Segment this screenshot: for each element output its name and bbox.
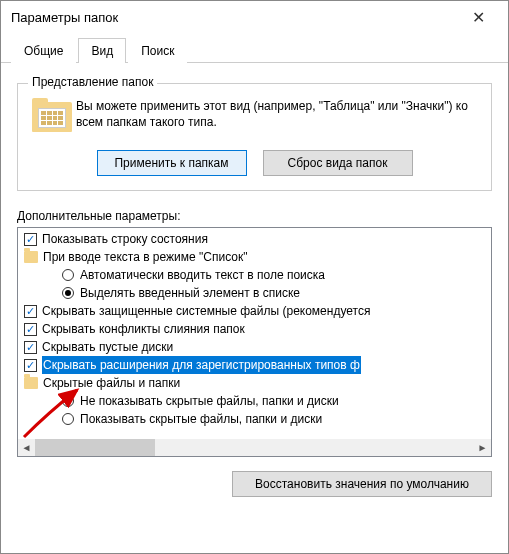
settings-row-label: Выделять введенный элемент в списке xyxy=(80,284,300,302)
folder-icon xyxy=(32,98,62,138)
settings-row-label: Не показывать скрытые файлы, папки и дис… xyxy=(80,392,339,410)
settings-row[interactable]: Не показывать скрытые файлы, папки и дис… xyxy=(24,392,489,410)
settings-row-label: Автоматически вводить текст в поле поиск… xyxy=(80,266,325,284)
settings-row[interactable]: Показывать строку состояния xyxy=(24,230,489,248)
checkbox[interactable] xyxy=(24,305,37,318)
tab-view[interactable]: Вид xyxy=(78,38,126,63)
scroll-left-icon[interactable]: ◄ xyxy=(18,439,35,456)
folder-views-group: Представление папок Вы можете применить … xyxy=(17,83,492,191)
settings-row-label: Скрытые файлы и папки xyxy=(43,374,180,392)
horizontal-scrollbar[interactable]: ◄ ► xyxy=(18,439,491,456)
advanced-label: Дополнительные параметры: xyxy=(17,209,492,223)
scroll-thumb[interactable] xyxy=(35,439,155,456)
window-title: Параметры папок xyxy=(11,10,458,25)
settings-row: При вводе текста в режиме "Список" xyxy=(24,248,489,266)
apply-to-folders-button[interactable]: Применить к папкам xyxy=(97,150,247,176)
settings-row-label: Показывать скрытые файлы, папки и диски xyxy=(80,410,322,428)
radio[interactable] xyxy=(62,269,74,281)
folder-icon xyxy=(24,377,38,389)
settings-row[interactable]: Скрывать расширения для зарегистрированн… xyxy=(24,356,489,374)
settings-row-label: При вводе текста в режиме "Список" xyxy=(43,248,248,266)
radio[interactable] xyxy=(62,395,74,407)
settings-row[interactable]: Скрывать конфликты слияния папок xyxy=(24,320,489,338)
checkbox[interactable] xyxy=(24,359,37,372)
scroll-track[interactable] xyxy=(35,439,474,456)
tabs: Общие Вид Поиск xyxy=(1,33,508,63)
advanced-settings-panel: Показывать строку состоянияПри вводе тек… xyxy=(17,227,492,457)
restore-defaults-button[interactable]: Восстановить значения по умолчанию xyxy=(232,471,492,497)
tab-search[interactable]: Поиск xyxy=(128,38,187,63)
tab-general[interactable]: Общие xyxy=(11,38,76,63)
settings-row[interactable]: Скрывать пустые диски xyxy=(24,338,489,356)
settings-row-label: Показывать строку состояния xyxy=(42,230,208,248)
checkbox[interactable] xyxy=(24,341,37,354)
group-title: Представление папок xyxy=(28,75,157,89)
radio[interactable] xyxy=(62,413,74,425)
close-icon[interactable]: ✕ xyxy=(458,8,498,27)
settings-row[interactable]: Скрывать защищенные системные файлы (рек… xyxy=(24,302,489,320)
group-description: Вы можете применить этот вид (например, … xyxy=(76,98,477,130)
settings-row[interactable]: Выделять введенный элемент в списке xyxy=(24,284,489,302)
titlebar: Параметры папок ✕ xyxy=(1,1,508,33)
checkbox[interactable] xyxy=(24,323,37,336)
folder-icon xyxy=(24,251,38,263)
settings-row-label: Скрывать пустые диски xyxy=(42,338,173,356)
settings-row: Скрытые файлы и папки xyxy=(24,374,489,392)
scroll-right-icon[interactable]: ► xyxy=(474,439,491,456)
radio[interactable] xyxy=(62,287,74,299)
reset-folders-button[interactable]: Сброс вида папок xyxy=(263,150,413,176)
settings-row[interactable]: Автоматически вводить текст в поле поиск… xyxy=(24,266,489,284)
settings-row-label: Скрывать конфликты слияния папок xyxy=(42,320,245,338)
checkbox[interactable] xyxy=(24,233,37,246)
settings-row[interactable]: Показывать скрытые файлы, папки и диски xyxy=(24,410,489,428)
settings-row-label: Скрывать расширения для зарегистрированн… xyxy=(42,356,361,374)
settings-row-label: Скрывать защищенные системные файлы (рек… xyxy=(42,302,370,320)
tab-content: Представление папок Вы можете применить … xyxy=(1,63,508,507)
